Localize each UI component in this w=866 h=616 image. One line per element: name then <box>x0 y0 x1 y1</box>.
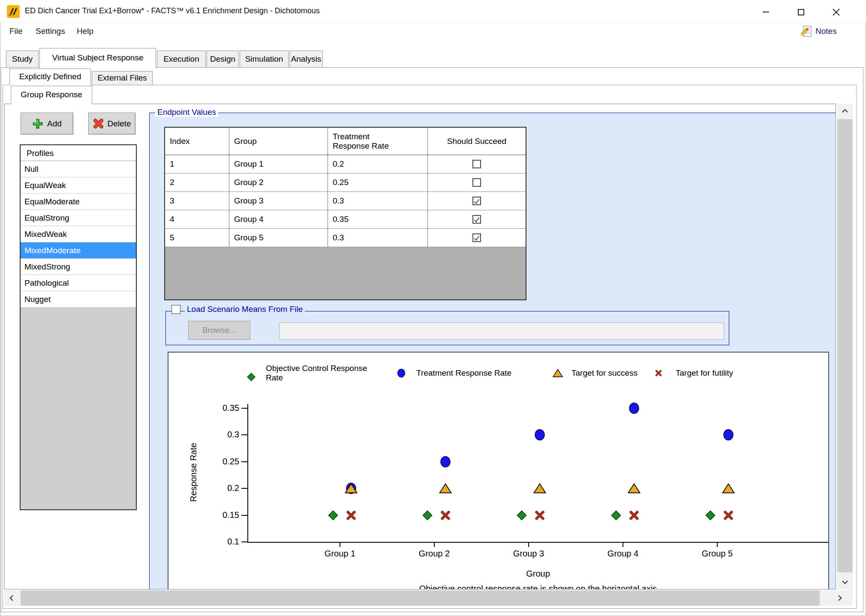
cell-rate[interactable]: 0.35 <box>328 210 428 229</box>
browse-button[interactable]: Browse... <box>188 321 250 340</box>
table-empty-area <box>165 247 526 299</box>
menu-settings[interactable]: Settings <box>36 27 65 36</box>
tab-group-response[interactable]: Group Response <box>11 86 92 104</box>
tab-explicitly-defined[interactable]: Explicitly Defined <box>9 69 91 85</box>
tab-execution[interactable]: Execution <box>157 51 206 67</box>
cell-rate[interactable]: 0.3 <box>328 229 428 247</box>
profile-item-nugget[interactable]: Nugget <box>21 291 136 308</box>
delete-button[interactable]: Delete <box>88 113 135 135</box>
profiles-list-header: Profiles <box>21 145 136 161</box>
column-header-0: Index <box>165 128 229 155</box>
data-point-diamond <box>705 510 716 521</box>
cell-rate[interactable]: 0.25 <box>328 173 428 192</box>
scenario-file-path-field[interactable] <box>279 323 724 340</box>
profile-item-mixedmoderate[interactable]: MixedModerate <box>21 242 136 259</box>
column-header-1: Group <box>229 128 328 155</box>
menu-file[interactable]: File <box>9 27 23 36</box>
minimize-button[interactable] <box>756 6 775 18</box>
cell-group[interactable]: Group 4 <box>229 210 328 229</box>
data-point-circle <box>722 429 734 441</box>
profile-item-null[interactable]: Null <box>21 161 136 177</box>
horizontal-scrollbar-thumb[interactable] <box>21 590 820 606</box>
profile-item-pathological[interactable]: Pathological <box>21 275 136 291</box>
maximize-button[interactable] <box>791 6 810 18</box>
maximize-icon <box>798 9 804 15</box>
x-tick-label: Group 1 <box>310 549 370 559</box>
cell-index[interactable]: 4 <box>165 210 229 229</box>
scroll-right-button[interactable] <box>833 590 847 606</box>
endpoint-values-title: Endpoint Values <box>155 108 218 117</box>
vertical-scrollbar-thumb[interactable] <box>837 119 853 572</box>
scroll-down-button[interactable] <box>837 575 853 589</box>
cell-index[interactable]: 2 <box>165 173 229 192</box>
chevron-down-icon <box>842 579 848 585</box>
cell-group[interactable]: Group 2 <box>229 173 328 192</box>
minimize-icon <box>763 12 769 12</box>
response-rate-chart: Objective Control Response RateTreatment… <box>168 352 829 589</box>
add-button[interactable]: Add <box>21 113 73 135</box>
data-point-x <box>346 510 357 521</box>
tab-external-files[interactable]: External Files <box>92 71 153 85</box>
y-tick-label: 0.3 <box>209 430 239 440</box>
data-point-triangle <box>533 483 546 494</box>
horizontal-scrollbar[interactable] <box>4 590 853 606</box>
scroll-left-button[interactable] <box>4 590 19 606</box>
app-logo-icon <box>7 5 20 20</box>
column-header-3: Should Succeed <box>428 128 526 155</box>
cell-rate[interactable]: 0.2 <box>328 155 428 173</box>
tab-simulation[interactable]: Simulation <box>240 51 289 67</box>
table-row: 3Group 30.3 <box>165 192 526 210</box>
profile-item-mixedweak[interactable]: MixedWeak <box>21 226 136 242</box>
profile-item-mixedstrong[interactable]: MixedStrong <box>21 259 136 275</box>
should-succeed-checkbox[interactable] <box>472 160 481 168</box>
y-tick-mark <box>241 461 248 462</box>
x-tick-mark <box>622 543 623 547</box>
data-point-diamond <box>422 510 433 521</box>
y-axis-line <box>247 404 248 543</box>
chevron-up-icon <box>842 108 848 114</box>
title-bar: ED Dich Cancer Trial Ex1+Borrow* - FACTS… <box>0 0 866 23</box>
browse-label: Browse... <box>202 326 236 335</box>
cell-group[interactable]: Group 3 <box>229 192 328 210</box>
tab-study[interactable]: Study <box>6 51 39 67</box>
y-axis-title: Response Rate <box>189 408 198 537</box>
legend-label: Objective Control Response Rate <box>266 364 369 383</box>
scroll-up-button[interactable] <box>837 104 853 118</box>
legend-marker-x-icon <box>655 369 662 377</box>
should-succeed-checkbox[interactable] <box>472 197 481 205</box>
legend-label: Target for futility <box>676 368 733 378</box>
legend-marker-circle-icon <box>397 368 406 378</box>
legend-label: Target for success <box>571 368 637 378</box>
y-tick-mark <box>241 488 248 489</box>
cell-group[interactable]: Group 1 <box>229 155 328 173</box>
profile-item-equalstrong[interactable]: EqualStrong <box>21 210 136 226</box>
x-tick-label: Group 4 <box>593 549 653 559</box>
add-plus-icon <box>32 118 43 129</box>
data-point-circle <box>534 429 546 441</box>
notes-button[interactable]: Notes <box>801 25 837 37</box>
vertical-scrollbar[interactable] <box>837 104 853 589</box>
cell-index[interactable]: 1 <box>165 155 229 173</box>
y-tick-label: 0.1 <box>209 537 239 547</box>
should-succeed-checkbox[interactable] <box>472 215 481 224</box>
tab-design[interactable]: Design <box>207 51 239 67</box>
tab-analysis[interactable]: Analysis <box>289 51 323 67</box>
should-succeed-checkbox[interactable] <box>472 233 481 242</box>
endpoint-values-table: IndexGroupTreatment Response RateShould … <box>164 127 526 300</box>
close-button[interactable] <box>827 6 845 18</box>
cell-group[interactable]: Group 5 <box>229 229 328 247</box>
cell-should-succeed <box>428 155 526 173</box>
tab-virtual-subject-response[interactable]: Virtual Subject Response <box>39 48 156 68</box>
menu-help[interactable]: Help <box>77 27 93 36</box>
profile-item-equalweak[interactable]: EqualWeak <box>21 177 136 194</box>
cell-rate[interactable]: 0.3 <box>328 192 428 210</box>
delete-label: Delete <box>108 119 131 129</box>
data-point-diamond <box>328 510 339 521</box>
profile-item-equalmoderate[interactable]: EqualModerate <box>21 194 136 210</box>
load-scenario-checkbox[interactable] <box>171 305 180 314</box>
table-row: 5Group 50.3 <box>165 229 526 247</box>
cell-index[interactable]: 3 <box>165 192 229 210</box>
data-point-x <box>723 510 734 521</box>
cell-index[interactable]: 5 <box>165 229 229 247</box>
should-succeed-checkbox[interactable] <box>472 178 481 187</box>
